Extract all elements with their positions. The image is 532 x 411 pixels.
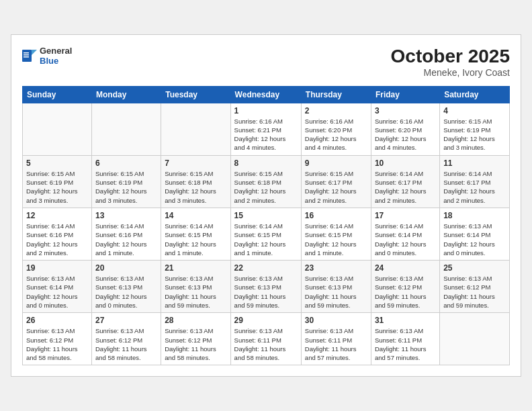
logo-icon [22,47,37,64]
day-number: 28 [165,316,226,325]
weekday-header-row: Sunday Monday Tuesday Wednesday Thursday… [23,86,510,103]
day-info: Sunrise: 6:13 AM Sunset: 6:14 PM Dayligh… [443,222,506,257]
day-info: Sunrise: 6:14 AM Sunset: 6:17 PM Dayligh… [375,169,436,205]
day-number: 22 [234,263,298,273]
day-number: 23 [305,263,367,273]
calendar-cell-3-0: 19Sunrise: 6:13 AM Sunset: 6:14 PM Dayli… [23,261,92,313]
day-number: 2 [305,106,367,116]
day-info: Sunrise: 6:15 AM Sunset: 6:18 PM Dayligh… [165,169,226,205]
day-number: 26 [26,316,88,325]
day-number: 29 [234,316,298,325]
calendar-cell-4-2: 28Sunrise: 6:13 AM Sunset: 6:12 PM Dayli… [161,313,230,365]
calendar-cell-2-4: 16Sunrise: 6:14 AM Sunset: 6:15 PM Dayli… [301,208,371,260]
day-info: Sunrise: 6:13 AM Sunset: 6:12 PM Dayligh… [95,326,157,362]
calendar-cell-1-3: 8Sunrise: 6:15 AM Sunset: 6:18 PM Daylig… [230,155,301,208]
svg-marker-1 [32,50,37,55]
week-row-4: 19Sunrise: 6:13 AM Sunset: 6:14 PM Dayli… [23,261,510,313]
day-info: Sunrise: 6:14 AM Sunset: 6:16 PM Dayligh… [26,222,88,257]
day-number: 1 [234,106,298,116]
svg-rect-4 [24,56,29,58]
calendar-cell-1-6: 11Sunrise: 6:14 AM Sunset: 6:17 PM Dayli… [440,155,510,208]
calendar-cell-0-1 [92,103,161,155]
day-info: Sunrise: 6:13 AM Sunset: 6:11 PM Dayligh… [305,326,367,362]
day-info: Sunrise: 6:15 AM Sunset: 6:18 PM Dayligh… [234,169,298,205]
header-sunday: Sunday [23,86,92,103]
calendar-table: Sunday Monday Tuesday Wednesday Thursday… [22,86,510,366]
day-info: Sunrise: 6:16 AM Sunset: 6:20 PM Dayligh… [375,117,436,152]
calendar-cell-0-4: 2Sunrise: 6:16 AM Sunset: 6:20 PM Daylig… [301,103,371,155]
calendar-cell-2-3: 15Sunrise: 6:14 AM Sunset: 6:15 PM Dayli… [230,208,301,260]
calendar-body: 1Sunrise: 6:16 AM Sunset: 6:21 PM Daylig… [23,103,510,365]
calendar-cell-4-3: 29Sunrise: 6:13 AM Sunset: 6:11 PM Dayli… [230,313,301,365]
calendar-cell-3-5: 24Sunrise: 6:13 AM Sunset: 6:12 PM Dayli… [371,261,439,313]
calendar-cell-4-6 [440,313,510,365]
day-info: Sunrise: 6:13 AM Sunset: 6:13 PM Dayligh… [165,274,226,310]
day-number: 9 [305,158,367,168]
logo: General Blue [22,46,72,66]
calendar-cell-1-1: 6Sunrise: 6:15 AM Sunset: 6:19 PM Daylig… [92,155,161,208]
calendar-cell-0-2 [161,103,230,155]
day-number: 14 [165,211,226,220]
svg-rect-0 [22,50,32,62]
day-number: 30 [305,316,367,325]
calendar-header: General Blue October 2025 Meneke, Ivory … [22,46,510,78]
week-row-3: 12Sunrise: 6:14 AM Sunset: 6:16 PM Dayli… [23,208,510,260]
day-number: 12 [26,211,88,220]
header-saturday: Saturday [440,86,510,103]
day-info: Sunrise: 6:13 AM Sunset: 6:13 PM Dayligh… [95,274,157,310]
svg-rect-3 [24,54,29,56]
day-info: Sunrise: 6:16 AM Sunset: 6:20 PM Dayligh… [305,117,367,152]
day-number: 11 [443,158,506,168]
calendar-cell-1-5: 10Sunrise: 6:14 AM Sunset: 6:17 PM Dayli… [371,155,439,208]
calendar-cell-2-0: 12Sunrise: 6:14 AM Sunset: 6:16 PM Dayli… [23,208,92,260]
calendar-cell-1-2: 7Sunrise: 6:15 AM Sunset: 6:18 PM Daylig… [161,155,230,208]
day-info: Sunrise: 6:14 AM Sunset: 6:16 PM Dayligh… [95,222,157,257]
day-number: 7 [165,158,226,168]
week-row-2: 5Sunrise: 6:15 AM Sunset: 6:19 PM Daylig… [23,155,510,208]
day-number: 5 [26,158,88,168]
calendar-cell-3-3: 22Sunrise: 6:13 AM Sunset: 6:13 PM Dayli… [230,261,301,313]
day-info: Sunrise: 6:14 AM Sunset: 6:15 PM Dayligh… [234,222,298,257]
calendar-cell-4-4: 30Sunrise: 6:13 AM Sunset: 6:11 PM Dayli… [301,313,371,365]
day-number: 13 [95,211,157,220]
day-number: 8 [234,158,298,168]
day-info: Sunrise: 6:13 AM Sunset: 6:12 PM Dayligh… [375,274,436,310]
day-number: 20 [95,263,157,273]
calendar-cell-4-0: 26Sunrise: 6:13 AM Sunset: 6:12 PM Dayli… [23,313,92,365]
day-number: 31 [375,316,436,325]
day-info: Sunrise: 6:14 AM Sunset: 6:15 PM Dayligh… [165,222,226,257]
week-row-1: 1Sunrise: 6:16 AM Sunset: 6:21 PM Daylig… [23,103,510,155]
month-title: October 2025 [391,46,510,67]
svg-rect-2 [24,52,29,54]
day-info: Sunrise: 6:14 AM Sunset: 6:17 PM Dayligh… [443,169,506,205]
day-info: Sunrise: 6:13 AM Sunset: 6:12 PM Dayligh… [443,274,506,310]
day-info: Sunrise: 6:13 AM Sunset: 6:13 PM Dayligh… [234,274,298,310]
calendar-cell-1-4: 9Sunrise: 6:15 AM Sunset: 6:17 PM Daylig… [301,155,371,208]
header-tuesday: Tuesday [161,86,230,103]
calendar-cell-0-0 [23,103,92,155]
week-row-5: 26Sunrise: 6:13 AM Sunset: 6:12 PM Dayli… [23,313,510,365]
day-number: 19 [26,263,88,273]
day-number: 16 [305,211,367,220]
title-block: October 2025 Meneke, Ivory Coast [391,46,510,78]
day-number: 25 [443,263,506,273]
calendar-cell-0-6: 4Sunrise: 6:15 AM Sunset: 6:19 PM Daylig… [440,103,510,155]
day-info: Sunrise: 6:13 AM Sunset: 6:13 PM Dayligh… [305,274,367,310]
calendar-cell-2-2: 14Sunrise: 6:14 AM Sunset: 6:15 PM Dayli… [161,208,230,260]
day-info: Sunrise: 6:16 AM Sunset: 6:21 PM Dayligh… [234,117,298,152]
day-info: Sunrise: 6:14 AM Sunset: 6:14 PM Dayligh… [375,222,436,257]
calendar-cell-4-1: 27Sunrise: 6:13 AM Sunset: 6:12 PM Dayli… [92,313,161,365]
header-thursday: Thursday [301,86,371,103]
calendar-cell-3-2: 21Sunrise: 6:13 AM Sunset: 6:13 PM Dayli… [161,261,230,313]
day-info: Sunrise: 6:15 AM Sunset: 6:19 PM Dayligh… [443,117,506,152]
calendar-cell-2-6: 18Sunrise: 6:13 AM Sunset: 6:14 PM Dayli… [440,208,510,260]
calendar-cell-3-1: 20Sunrise: 6:13 AM Sunset: 6:13 PM Dayli… [92,261,161,313]
calendar-cell-3-4: 23Sunrise: 6:13 AM Sunset: 6:13 PM Dayli… [301,261,371,313]
day-number: 27 [95,316,157,325]
day-info: Sunrise: 6:13 AM Sunset: 6:12 PM Dayligh… [26,326,88,362]
day-info: Sunrise: 6:15 AM Sunset: 6:17 PM Dayligh… [305,169,367,205]
location-subtitle: Meneke, Ivory Coast [391,67,510,78]
logo-blue: Blue [40,56,72,66]
day-number: 18 [443,211,506,220]
day-number: 4 [443,106,506,116]
